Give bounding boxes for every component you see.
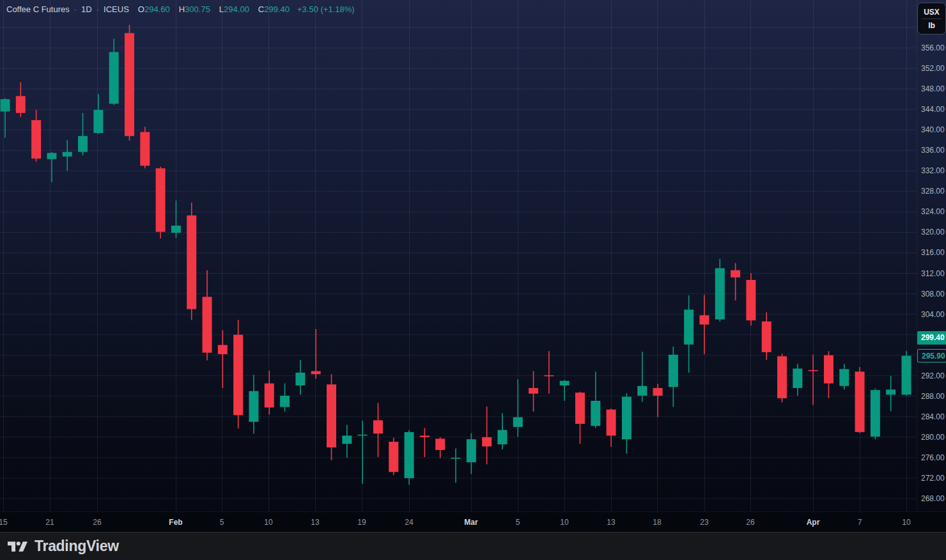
change-value: +3.50 (+1.18%) (297, 4, 355, 14)
candle-body (311, 371, 321, 375)
price-tick-label: 332.00 (921, 166, 945, 175)
price-tick-label: 276.00 (921, 453, 945, 462)
time-tick-label: 10 (264, 518, 272, 527)
tradingview-logo-icon (8, 539, 27, 554)
candle-body (824, 355, 834, 384)
unit-badge-divider (922, 19, 941, 19)
candle-body (513, 417, 523, 427)
candle-body (389, 442, 398, 472)
price-tick-label: 304.00 (921, 310, 945, 319)
price-tick-label: 272.00 (921, 474, 945, 483)
candle-body (497, 430, 507, 444)
candle-body (420, 435, 430, 437)
candle-body (715, 268, 725, 319)
price-tick-label: 344.00 (921, 105, 945, 114)
candle-body (435, 439, 445, 450)
price-tick-label: 308.00 (921, 290, 945, 299)
time-tick-label: 26 (746, 518, 754, 527)
separator-dot: · (74, 4, 77, 14)
candle-body (171, 226, 181, 233)
time-tick-label: 10 (560, 518, 568, 527)
price-tick-label: 280.00 (921, 433, 945, 442)
candle-body (327, 384, 336, 447)
unit-badge: USX lb (917, 3, 946, 35)
candle-body (156, 168, 166, 231)
price-tick-label: 316.00 (921, 248, 945, 257)
candle-body (125, 33, 134, 136)
candle-body (295, 373, 305, 385)
time-tick-label: 5 (516, 518, 520, 527)
open-value: O294.60 (138, 4, 170, 14)
candle-body (777, 356, 787, 398)
time-tick-label: 21 (45, 518, 54, 527)
candle-body (762, 322, 772, 352)
chart-pane[interactable] (0, 0, 917, 511)
unit-measure-label: lb (928, 21, 935, 30)
candle-body (93, 110, 103, 133)
candle-body (342, 435, 352, 444)
unit-currency-label: USX (924, 8, 940, 17)
candle-body (249, 391, 258, 422)
candle-body (793, 369, 802, 388)
high-value: H300.75 (179, 4, 210, 14)
candle-body (871, 390, 880, 437)
tradingview-logo-link[interactable]: TradingView (8, 538, 119, 555)
candle-body (684, 309, 694, 344)
candle-body (280, 396, 290, 407)
candle-body (218, 345, 228, 354)
candle-body (839, 369, 849, 385)
price-axis[interactable]: 356.00352.00348.00344.00340.00336.00332.… (917, 0, 946, 511)
price-tick-label: 284.00 (921, 412, 945, 421)
candle-body (405, 432, 414, 478)
candle-body (622, 397, 632, 439)
candle-body (265, 384, 274, 408)
time-tick-label: 26 (93, 518, 101, 527)
price-tick-label: 312.00 (921, 269, 945, 278)
price-tick-label: 320.00 (921, 228, 945, 237)
candle-body (203, 297, 212, 352)
price-tick-label: 348.00 (921, 84, 945, 93)
symbol-title[interactable]: Coffee C Futures (6, 4, 70, 14)
last-price-badge: 299.40 (917, 331, 946, 345)
price-tick-label: 324.00 (921, 207, 945, 216)
separator-dot: · (97, 4, 99, 14)
price-tick-label: 336.00 (921, 146, 945, 155)
candle-body (187, 215, 196, 309)
candlestick-chart (0, 0, 917, 511)
candle-body (31, 120, 41, 159)
candle-body (746, 280, 756, 320)
price-tick-label: 288.00 (921, 392, 945, 401)
candle-body (78, 136, 88, 152)
interval-label[interactable]: 1D (81, 4, 92, 14)
candle-body (731, 270, 740, 277)
candle-body (451, 458, 460, 459)
price-tick-label: 328.00 (921, 187, 945, 196)
candle-body (544, 375, 554, 377)
candle-body (140, 132, 150, 166)
time-tick-label: 19 (357, 518, 366, 527)
time-tick-label: 13 (311, 518, 319, 527)
candle-body (373, 420, 383, 433)
candle-body (591, 401, 600, 426)
brand-name: TradingView (35, 538, 119, 555)
time-tick-label: 15 (0, 518, 8, 527)
candle-body (637, 386, 647, 396)
price-tick-label: 352.00 (921, 64, 945, 73)
candle-body (653, 388, 663, 396)
candle-body (47, 153, 56, 159)
candle-body (886, 389, 896, 394)
candle-body (16, 96, 26, 113)
time-tick-label: Mar (464, 518, 477, 527)
candle-body (575, 393, 585, 424)
tradingview-chart-app: Coffee C Futures · 1D · ICEUS O294.60 H3… (0, 0, 946, 560)
time-tick-label: 23 (700, 518, 708, 527)
time-axis[interactable]: 152126Feb510131924Mar51013182326Apr710 (0, 511, 946, 532)
price-tick-label: 340.00 (921, 125, 945, 134)
price-tick-label: 292.00 (921, 371, 945, 380)
symbol-header: Coffee C Futures · 1D · ICEUS O294.60 H3… (6, 4, 355, 14)
candle-body (529, 388, 538, 394)
price-tick-label: 356.00 (921, 43, 945, 52)
candle-body (901, 355, 911, 394)
prev-close-badge: 295.90 (917, 349, 946, 362)
time-tick-label: 10 (902, 518, 910, 527)
